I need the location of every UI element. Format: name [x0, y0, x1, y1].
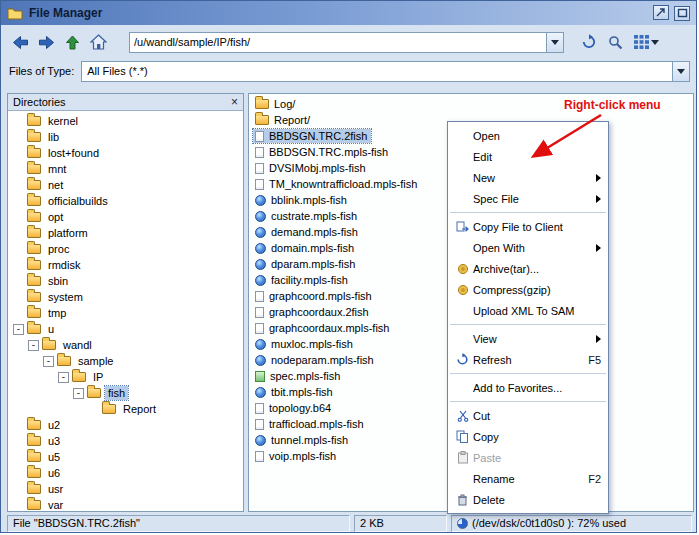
- tree-item-opt[interactable]: opt: [8, 209, 243, 225]
- file-tunnel-mpls-fish[interactable]: tunnel.mpls-fish: [253, 433, 352, 447]
- menu-item-label: Upload XML To SAM: [473, 305, 601, 317]
- context-menu: OpenEditNewSpec FileCopy File to ClientO…: [447, 121, 609, 514]
- file-custrate-mpls-fish[interactable]: custrate.mpls-fish: [253, 209, 361, 223]
- home-button[interactable]: [85, 29, 111, 55]
- collapse-toggle-icon[interactable]: -: [73, 388, 84, 399]
- tree-item-lost-found[interactable]: lost+found: [8, 145, 243, 161]
- tree-item-var[interactable]: var: [8, 497, 243, 511]
- menu-item-rename[interactable]: RenameF2: [448, 468, 608, 489]
- directory-tree: kernelliblost+foundmntnetofficialbuildso…: [8, 111, 243, 511]
- tree-item-u6[interactable]: u6: [8, 465, 243, 481]
- file-facility-mpls-fish[interactable]: facility.mpls-fish: [253, 273, 352, 287]
- file-tm-knowntrafficload-mpls-fish[interactable]: TM_knowntrafficload.mpls-fish: [253, 177, 421, 191]
- tree-item-platform[interactable]: platform: [8, 225, 243, 241]
- menu-item-open[interactable]: Open: [448, 125, 608, 146]
- copy-icon: [452, 430, 473, 443]
- file-bblink-mpls-fish[interactable]: bblink.mpls-fish: [253, 193, 351, 207]
- file-graphcoord-mpls-fish[interactable]: graphcoord.mpls-fish: [253, 289, 376, 303]
- tree-item-ip[interactable]: -IP: [8, 369, 243, 385]
- refresh-button[interactable]: [576, 29, 602, 55]
- tree-item-net[interactable]: net: [8, 177, 243, 193]
- tree-item-lib[interactable]: lib: [8, 129, 243, 145]
- tree-item-sbin[interactable]: sbin: [8, 273, 243, 289]
- menu-item-cut[interactable]: Cut: [448, 405, 608, 426]
- file-dvsimobj-mpls-fish[interactable]: DVSIMobj.mpls-fish: [253, 161, 370, 175]
- file-graphcoordaux-mpls-fish[interactable]: graphcoordaux.mpls-fish: [253, 321, 393, 335]
- views-button[interactable]: [628, 29, 664, 55]
- maximize-window-button[interactable]: [674, 6, 690, 21]
- collapse-toggle-icon[interactable]: -: [43, 356, 54, 367]
- files-of-type-dropdown-button[interactable]: [672, 62, 689, 81]
- tree-item-tmp[interactable]: tmp: [8, 305, 243, 321]
- file-graphcoordaux-2fish[interactable]: graphcoordaux.2fish: [253, 305, 373, 319]
- folder-icon: [255, 99, 269, 109]
- tree-item-u2[interactable]: u2: [8, 417, 243, 433]
- file-trafficload-mpls-fish[interactable]: trafficload.mpls-fish: [253, 417, 368, 431]
- tree-item-label: lost+found: [45, 146, 102, 160]
- menu-item-label: Cut: [473, 410, 601, 422]
- file-spec-mpls-fish[interactable]: spec.mpls-fish: [253, 369, 344, 383]
- menu-item-delete[interactable]: Delete: [448, 489, 608, 510]
- file-domain-mpls-fish[interactable]: domain.mpls-fish: [253, 241, 358, 255]
- back-button[interactable]: [7, 29, 33, 55]
- menu-item-copy-file-to-client[interactable]: Copy File to Client: [448, 216, 608, 237]
- menu-item-add-to-favorites[interactable]: Add to Favorites...: [448, 377, 608, 398]
- menu-item-view[interactable]: View: [448, 328, 608, 349]
- file-demand-mpls-fish[interactable]: demand.mpls-fish: [253, 225, 362, 239]
- tree-item-officialbuilds[interactable]: officialbuilds: [8, 193, 243, 209]
- file-report[interactable]: Report/: [253, 113, 314, 127]
- menu-item-open-with[interactable]: Open With: [448, 237, 608, 258]
- file-voip-mpls-fish[interactable]: voip.mpls-fish: [253, 449, 340, 463]
- paste-icon: [452, 451, 473, 464]
- tree-item-sample[interactable]: -sample: [8, 353, 243, 369]
- up-directory-button[interactable]: [59, 29, 85, 55]
- tree-item-proc[interactable]: proc: [8, 241, 243, 257]
- menu-item-label: Open: [473, 130, 601, 142]
- tree-item-u5[interactable]: u5: [8, 449, 243, 465]
- collapse-toggle-icon[interactable]: -: [58, 372, 69, 383]
- status-file: File "BBDSGN.TRC.2fish": [7, 515, 350, 532]
- title-bar[interactable]: File Manager: [1, 1, 696, 25]
- file-dparam-mpls-fish[interactable]: dparam.mpls-fish: [253, 257, 359, 271]
- file-muxloc-mpls-fish[interactable]: muxloc.mpls-fish: [253, 337, 357, 351]
- tree-item-usr[interactable]: usr: [8, 481, 243, 497]
- tree-item-u[interactable]: -u: [8, 321, 243, 337]
- menu-item-label: Copy: [473, 431, 601, 443]
- menu-item-compress-gzip[interactable]: Compress(gzip): [448, 279, 608, 300]
- menu-item-copy[interactable]: Copy: [448, 426, 608, 447]
- menu-item-new[interactable]: New: [448, 167, 608, 188]
- file-topology-b64[interactable]: topology.b64: [253, 401, 335, 415]
- annotation-text: Right-click menu: [564, 98, 661, 112]
- tree-item-rmdisk[interactable]: rmdisk: [8, 257, 243, 273]
- tree-item-kernel[interactable]: kernel: [8, 113, 243, 129]
- path-dropdown-button[interactable]: [546, 33, 563, 52]
- chevron-down-icon: [551, 40, 559, 45]
- tree-item-mnt[interactable]: mnt: [8, 161, 243, 177]
- menu-item-upload-xml-to-sam[interactable]: Upload XML To SAM: [448, 300, 608, 321]
- menu-item-refresh[interactable]: RefreshF5: [448, 349, 608, 370]
- file-bbdsgn-trc-2fish[interactable]: BBDSGN.TRC.2fish: [253, 129, 371, 143]
- menu-item-archive-tar[interactable]: Archive(tar)...: [448, 258, 608, 279]
- file-bbdsgn-trc-mpls-fish[interactable]: BBDSGN.TRC.mpls-fish: [253, 145, 392, 159]
- collapse-toggle-icon[interactable]: -: [28, 340, 39, 351]
- search-icon: [608, 35, 623, 50]
- menu-item-label: Rename: [473, 473, 580, 485]
- tree-item-fish[interactable]: -fish: [8, 385, 243, 401]
- tree-item-wandl[interactable]: -wandl: [8, 337, 243, 353]
- file-nodeparam-mpls-fish[interactable]: nodeparam.mpls-fish: [253, 353, 378, 367]
- menu-item-edit[interactable]: Edit: [448, 146, 608, 167]
- file-tbit-mpls-fish[interactable]: tbit.mpls-fish: [253, 385, 337, 399]
- files-of-type-select[interactable]: All Files (*.*): [81, 61, 690, 82]
- file-log[interactable]: Log/: [253, 97, 299, 111]
- detach-window-button[interactable]: [653, 5, 669, 20]
- forward-button[interactable]: [33, 29, 59, 55]
- menu-item-spec-file[interactable]: Spec File: [448, 188, 608, 209]
- close-directories-button[interactable]: ×: [231, 96, 238, 108]
- path-input[interactable]: [130, 34, 546, 51]
- collapse-toggle-icon[interactable]: -: [13, 324, 24, 335]
- tree-item-report[interactable]: Report: [8, 401, 243, 417]
- folder-icon: [27, 500, 41, 510]
- tree-item-system[interactable]: system: [8, 289, 243, 305]
- search-button[interactable]: [602, 29, 628, 55]
- tree-item-u3[interactable]: u3: [8, 433, 243, 449]
